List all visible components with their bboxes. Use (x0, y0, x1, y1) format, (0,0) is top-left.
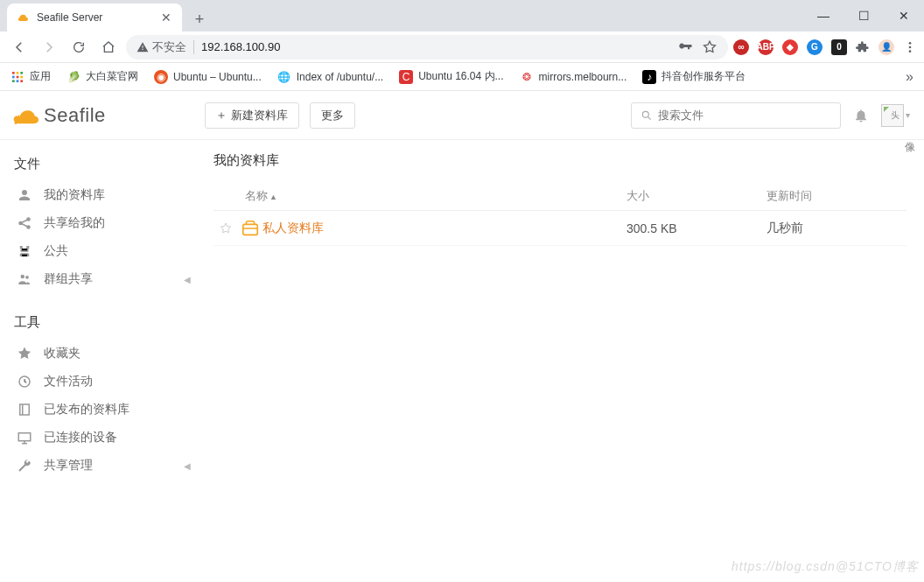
tab-close-icon[interactable]: ✕ (159, 11, 173, 25)
bookmark-item-4[interactable]: ❂mirrors.melbourn... (520, 70, 627, 84)
browser-tab[interactable]: Seafile Server ✕ (7, 4, 182, 32)
svg-point-13 (642, 111, 648, 117)
omnibox[interactable]: 不安全 192.168.100.90 (126, 35, 728, 60)
col-header-time[interactable]: 更新时间 (766, 188, 906, 204)
app-header: Seafile 新建资料库 更多 头 ▾ (0, 91, 924, 140)
bookmark-item-3[interactable]: CUbuntu 16.04 内... (399, 69, 503, 84)
bookmark-item-0[interactable]: 🥬大白菜官网 (66, 69, 138, 84)
nav-forward[interactable] (37, 35, 61, 60)
extensions-menu-icon[interactable] (856, 40, 870, 54)
window-close[interactable]: ✕ (884, 0, 924, 32)
svg-rect-18 (26, 246, 29, 249)
group-icon (16, 271, 33, 287)
window-minimize[interactable]: — (803, 0, 844, 32)
key-icon[interactable] (677, 39, 693, 55)
sidebar: 文件 我的资料库 共享给我的 公共 群组共享◀ 工具 收藏夹 文件活动 已发布的… (0, 140, 205, 582)
page-title: 我的资料库 (214, 152, 906, 169)
col-header-size[interactable]: 大小 (626, 188, 766, 204)
library-size: 300.5 KB (626, 221, 766, 235)
new-tab-button[interactable]: + (187, 7, 212, 32)
bookmark-item-5[interactable]: ♪抖音创作服务平台 (642, 69, 746, 84)
more-button[interactable]: 更多 (310, 102, 355, 129)
star-fill-icon (16, 346, 33, 361)
book-icon (16, 402, 33, 417)
svg-rect-26 (243, 224, 258, 235)
sidebar-item-favorites[interactable]: 收藏夹 (14, 340, 196, 368)
douyin-icon: ♪ (642, 70, 656, 84)
svg-rect-7 (17, 75, 19, 78)
header-right: 头 ▾ (631, 102, 910, 129)
library-time: 几秒前 (766, 221, 906, 236)
nav-reload[interactable] (66, 35, 91, 60)
profile-avatar-icon[interactable]: 👤 (878, 39, 894, 55)
search-input[interactable] (658, 109, 831, 122)
wrench-icon (16, 458, 33, 473)
col-header-name[interactable]: 名称▲ (214, 188, 626, 204)
sidebar-item-public[interactable]: 公共 (14, 237, 196, 265)
org-icon (16, 243, 33, 259)
omnibox-divider (193, 40, 194, 54)
c-icon: C (399, 70, 413, 84)
svg-rect-9 (12, 80, 15, 82)
sidebar-item-shared-with-me[interactable]: 共享给我的 (14, 209, 196, 237)
svg-rect-24 (20, 404, 30, 415)
avatar-image-broken: 头 (881, 104, 904, 127)
bookmarks-bar: 应用 🥬大白菜官网 ◉Ubuntu – Ubuntu... 🌐Index of … (0, 63, 924, 91)
ext-icon-shield[interactable]: ◆ (782, 39, 798, 55)
ext-icon-abp[interactable]: ABP (758, 39, 774, 55)
svg-rect-6 (12, 75, 15, 78)
app-logo[interactable]: Seafile (12, 104, 205, 127)
svg-point-0 (909, 42, 912, 45)
insecure-warning: 不安全 (136, 39, 186, 55)
bookmark-item-2[interactable]: 🌐Index of /ubuntu/... (277, 70, 383, 84)
nav-home[interactable] (96, 35, 121, 60)
bookmarks-overflow-icon[interactable]: » (906, 69, 914, 85)
library-icon (238, 219, 262, 238)
new-library-button[interactable]: 新建资料库 (205, 102, 299, 129)
ext-icon-1[interactable]: ∞ (733, 39, 749, 55)
sort-asc-icon: ▲ (270, 193, 277, 201)
svg-rect-25 (18, 433, 31, 441)
row-star-toggle[interactable] (214, 221, 238, 235)
sidebar-item-published[interactable]: 已发布的资料库 (14, 396, 196, 424)
svg-rect-8 (20, 75, 23, 78)
mirror-icon: ❂ (520, 70, 534, 84)
logo-text: Seafile (44, 104, 106, 127)
notifications-icon[interactable] (853, 108, 869, 123)
svg-rect-11 (20, 80, 23, 82)
star-icon[interactable] (702, 39, 718, 55)
avatar-caption: 像 (905, 140, 915, 155)
ext-icon-badge[interactable]: 0 (831, 39, 847, 55)
person-icon (16, 187, 33, 203)
chevron-down-icon: ▾ (906, 110, 910, 120)
leaf-icon: 🥬 (66, 70, 80, 84)
user-avatar[interactable]: 头 ▾ (881, 104, 910, 127)
nav-back[interactable] (7, 35, 32, 60)
search-box[interactable] (631, 102, 841, 129)
sidebar-heading-files: 文件 (14, 156, 196, 172)
plus-icon (216, 110, 227, 121)
ext-icon-translate[interactable]: G (807, 39, 822, 55)
caret-left-icon: ◀ (184, 275, 191, 284)
svg-rect-3 (12, 72, 15, 74)
share-icon (16, 215, 33, 231)
main-content: 我的资料库 名称▲ 大小 更新时间 私人资料库 300.5 KB 几秒前 (205, 140, 924, 582)
sidebar-item-my-libraries[interactable]: 我的资料库 (14, 181, 196, 209)
svg-point-21 (21, 275, 25, 279)
sidebar-item-share-admin[interactable]: 共享管理◀ (14, 452, 196, 480)
window-maximize[interactable]: ☐ (844, 0, 884, 32)
library-name-link[interactable]: 私人资料库 (262, 221, 626, 236)
globe-icon: 🌐 (277, 70, 291, 84)
seafile-favicon (16, 11, 30, 25)
bookmark-apps[interactable]: 应用 (10, 69, 51, 84)
watermark-text: https://blog.csdn@51CTO博客 (732, 559, 919, 575)
bookmark-item-1[interactable]: ◉Ubuntu – Ubuntu... (154, 70, 262, 84)
sidebar-item-devices[interactable]: 已连接的设备 (14, 424, 196, 452)
svg-rect-4 (17, 72, 19, 74)
sidebar-item-activity[interactable]: 文件活动 (14, 368, 196, 396)
sidebar-item-group-share[interactable]: 群组共享◀ (14, 265, 196, 293)
warning-icon (136, 41, 149, 53)
svg-point-2 (909, 50, 912, 53)
browser-menu-icon[interactable] (903, 40, 917, 54)
library-row[interactable]: 私人资料库 300.5 KB 几秒前 (214, 211, 906, 246)
